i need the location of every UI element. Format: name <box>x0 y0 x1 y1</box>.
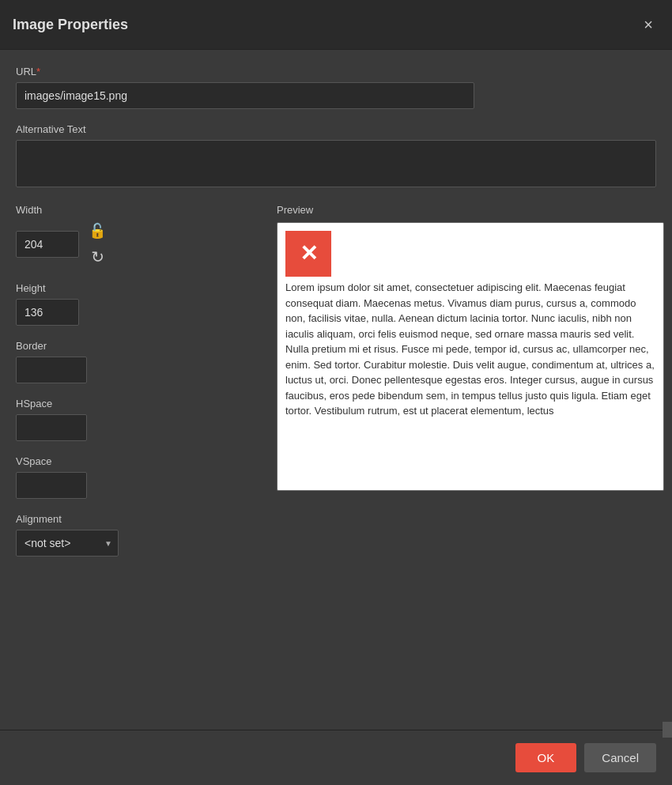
alignment-label: Alignment <box>16 513 253 525</box>
height-input[interactable] <box>16 299 79 326</box>
alt-text-input[interactable] <box>16 140 656 187</box>
url-input[interactable] <box>16 82 474 109</box>
lock-refresh-icons: 🔓 ↺ <box>87 221 108 268</box>
hspace-field-group: HSpace <box>16 398 253 441</box>
border-field-group: Border <box>16 340 253 383</box>
width-field-group: Width 🔓 ↺ <box>16 204 253 268</box>
alignment-select[interactable]: <not set> Left Right Top Middle Bottom <box>16 530 119 557</box>
width-label: Width <box>16 204 253 216</box>
refresh-button[interactable]: ↺ <box>89 246 106 268</box>
preview-label: Preview <box>277 204 664 216</box>
ok-button[interactable]: OK <box>515 743 577 772</box>
broken-image-icon: ✕ <box>300 237 318 270</box>
two-col-layout: Width 🔓 ↺ <box>16 204 656 571</box>
alignment-select-wrapper: <not set> Left Right Top Middle Bottom <box>16 530 119 557</box>
hspace-label: HSpace <box>16 398 253 409</box>
dialog-title: Image Properties <box>13 17 128 33</box>
vspace-field-group: VSpace <box>16 455 253 499</box>
alignment-field-group: Alignment <not set> Left Right Top Middl… <box>16 513 253 557</box>
vspace-input[interactable] <box>16 472 87 499</box>
right-column: Preview ✕ Lorem ipsum dolor sit amet, co… <box>277 204 664 571</box>
hspace-input[interactable] <box>16 414 87 441</box>
height-label: Height <box>16 282 253 294</box>
dialog-footer: OK Cancel <box>0 730 672 785</box>
refresh-icon: ↺ <box>91 247 104 266</box>
border-label: Border <box>16 340 253 352</box>
close-button[interactable]: × <box>637 13 659 36</box>
preview-box: ✕ Lorem ipsum dolor sit amet, consectetu… <box>277 222 664 491</box>
broken-image: ✕ <box>285 231 331 277</box>
preview-text: Lorem ipsum dolor sit amet, consectetuer… <box>285 280 655 419</box>
dialog-header: Image Properties × <box>0 0 672 50</box>
alt-text-field-group: Alternative Text <box>16 123 656 190</box>
preview-content: ✕ Lorem ipsum dolor sit amet, consectetu… <box>277 223 663 427</box>
left-column: Width 🔓 ↺ <box>16 204 253 571</box>
alt-text-label: Alternative Text <box>16 123 656 135</box>
border-input[interactable] <box>16 357 87 383</box>
lock-button[interactable]: 🔓 <box>87 221 108 241</box>
cancel-button[interactable]: Cancel <box>584 743 656 772</box>
image-properties-dialog: Image Properties × URL* Alternative Text… <box>0 0 672 785</box>
width-input[interactable] <box>16 231 79 258</box>
url-label: URL* <box>16 66 656 77</box>
dialog-body: URL* Alternative Text Width � <box>0 50 672 730</box>
height-field-group: Height <box>16 282 253 326</box>
url-field-group: URL* <box>16 66 656 109</box>
vspace-label: VSpace <box>16 455 253 467</box>
scrollbar-corner <box>663 722 672 738</box>
lock-icon: 🔓 <box>89 223 106 239</box>
